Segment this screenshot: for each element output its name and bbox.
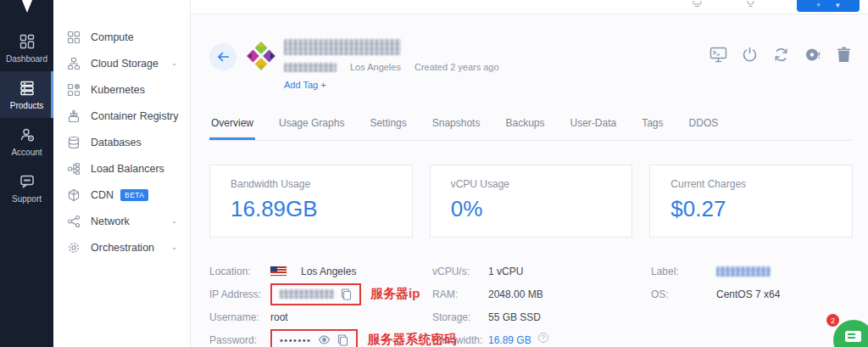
load-balancers-icon [66, 161, 81, 176]
card-title: Current Charges [670, 178, 832, 190]
vcpu-usage-card: vCPU Usage 0% [430, 165, 633, 238]
submenu-item-kubernetes[interactable]: Kubernetes [53, 76, 190, 103]
products-icon [19, 80, 36, 97]
server-name-redacted [284, 39, 401, 55]
os-value: CentOS 7 x64 [716, 288, 780, 300]
tab-snapshots[interactable]: Snapshots [431, 112, 482, 140]
server-header: Los Angeles Created 2 years ago Add Tag … [209, 36, 853, 92]
stat-cards: Bandwidth Usage 16.89GB vCPU Usage 0% Cu… [209, 165, 853, 238]
label-label: Label: [651, 266, 716, 277]
password-masked: ••••••• [280, 335, 311, 345]
submenu-item-container-registry[interactable]: Container Registry [53, 103, 190, 129]
products-submenu: Compute Cloud Storage ⌄ Kubernetes Conta… [53, 0, 191, 347]
tab-ddos[interactable]: DDOS [687, 112, 721, 140]
vcpu-label: vCPU/s: [432, 266, 488, 277]
help-icon[interactable]: ? [538, 333, 548, 343]
container-registry-icon [66, 109, 81, 123]
card-title: vCPU Usage [451, 178, 612, 190]
deploy-button[interactable]: +▾ [797, 0, 860, 12]
submenu-item-orchestration[interactable]: Orchestration ⌄ [53, 234, 190, 260]
tab-bar: Overview Usage Graphs Settings Snapshots… [209, 112, 853, 141]
submenu-item-label: Container Registry [91, 110, 179, 122]
submenu-item-label: Cloud Storage [91, 58, 159, 70]
sidebar-item-label: Account [11, 148, 42, 157]
cdn-icon [66, 187, 81, 202]
card-value: 0% [451, 196, 612, 222]
iso-icon[interactable] [803, 45, 821, 64]
server-details: Location: Los Angeles IP Address: 服务器ip … [209, 260, 853, 347]
submenu-item-network[interactable]: Network ⌄ [53, 208, 190, 234]
chevron-down-icon: ⌄ [171, 59, 178, 67]
app-window: Dashboard Products Account Support [0, 0, 868, 347]
current-charges-card: Current Charges $0.27 [649, 165, 853, 238]
submenu-item-label: Network [91, 215, 130, 227]
submenu-item-label: CDN [91, 189, 114, 201]
username-label: Username: [209, 311, 270, 323]
location-label: Location: [209, 266, 270, 277]
storage-value: 55 GB SSD [488, 311, 541, 323]
vultr-logo[interactable] [0, 0, 53, 20]
password-annotation-text: 服务器系统密码 [367, 332, 456, 347]
label-value-redacted [716, 266, 771, 277]
card-value: 16.89GB [231, 196, 392, 222]
server-overview-page: Los Angeles Created 2 years ago Add Tag … [191, 36, 868, 347]
submenu-item-cloud-storage[interactable]: Cloud Storage ⌄ [53, 50, 190, 76]
support-icon [19, 173, 36, 190]
chevron-down-icon: ⌄ [171, 217, 178, 225]
ip-annotation-text: 服务器ip [370, 286, 420, 302]
servers-icon[interactable] [693, 1, 702, 8]
chevron-down-icon: ⌄ [171, 243, 178, 251]
ip-annotation-box [270, 283, 361, 305]
bandwidth-value: 16.89 GB? [488, 334, 548, 346]
add-tag-link[interactable]: Add Tag + [284, 80, 326, 90]
storage-label: Storage: [432, 311, 488, 323]
sidebar-item-account[interactable]: Account [0, 118, 53, 165]
databases-icon [66, 135, 81, 149]
ip-address-label: IP Address: [209, 288, 270, 300]
reinstall-icon[interactable] [771, 45, 790, 64]
destroy-icon[interactable] [834, 45, 853, 64]
sidebar-item-support[interactable]: Support [0, 165, 53, 211]
arrow-left-icon [217, 52, 230, 62]
tab-overview[interactable]: Overview [209, 112, 255, 140]
submenu-item-label: Compute [91, 31, 134, 43]
chat-unread-badge: 2 [826, 314, 839, 327]
orchestration-icon [66, 240, 81, 255]
eye-icon[interactable] [318, 335, 331, 344]
back-button[interactable] [209, 43, 236, 70]
details-column-meta: Label: OS: CentOS 7 x64 [651, 260, 853, 347]
sidebar-item-products[interactable]: Products [0, 71, 53, 118]
copy-icon[interactable] [341, 288, 352, 300]
submenu-item-compute[interactable]: Compute [53, 24, 190, 50]
password-annotation-box: ••••••• [270, 329, 358, 347]
bandwidth-usage-card: Bandwidth Usage 16.89GB [209, 165, 413, 238]
submenu-item-load-balancers[interactable]: Load Balancers [53, 155, 190, 182]
submenu-item-label: Orchestration [91, 242, 154, 254]
notifications-icon[interactable] [747, 1, 754, 8]
server-plan-redacted [284, 63, 337, 72]
sidebar-item-dashboard[interactable]: Dashboard [0, 25, 53, 71]
network-icon [66, 214, 81, 228]
compute-icon [66, 30, 81, 44]
server-location: Los Angeles [350, 62, 401, 72]
copy-icon[interactable] [337, 334, 348, 346]
server-created: Created 2 years ago [415, 62, 499, 72]
kubernetes-icon [66, 82, 81, 97]
card-value: $0.27 [670, 196, 832, 222]
power-icon[interactable] [740, 45, 759, 64]
server-actions [709, 45, 853, 64]
tab-usage-graphs[interactable]: Usage Graphs [277, 112, 346, 140]
ip-address-redacted [280, 289, 334, 299]
tab-settings[interactable]: Settings [368, 112, 408, 140]
sidebar-item-label: Support [12, 194, 42, 204]
submenu-item-cdn[interactable]: CDN BETA [53, 182, 190, 208]
location-value: Los Angeles [301, 266, 356, 277]
submenu-item-label: Kubernetes [91, 84, 145, 96]
top-header-bar: +▾ [191, 0, 868, 14]
tab-tags[interactable]: Tags [640, 112, 665, 140]
tab-backups[interactable]: Backups [504, 112, 546, 140]
tab-user-data[interactable]: User-Data [569, 112, 619, 140]
submenu-item-databases[interactable]: Databases [53, 129, 190, 155]
ram-label: RAM: [432, 288, 488, 300]
console-icon[interactable] [709, 45, 727, 64]
